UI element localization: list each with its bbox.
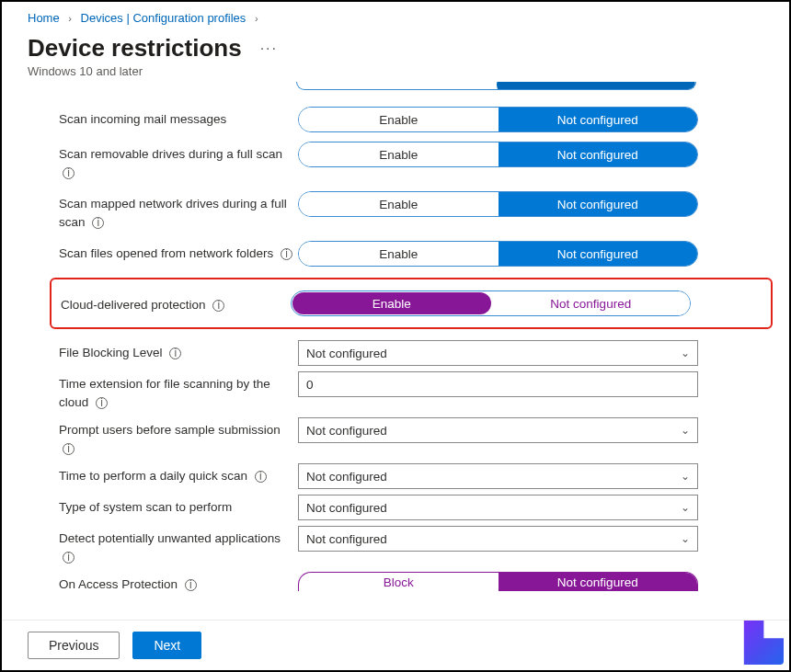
setting-label: Prompt users before sample submission i [59,417,298,458]
toggle-scan-removable[interactable]: Enable Not configured [298,142,698,167]
select-value: Not configured [306,424,387,438]
select-daily-quick-scan[interactable]: Not configured ⌄ [298,463,698,489]
setting-label: Time to perform a daily quick scan i [59,463,298,485]
input-time-extension[interactable]: 0 [298,371,698,397]
toggle-option-enable[interactable]: Enable [299,192,499,216]
select-value: Not configured [306,470,387,484]
chevron-down-icon: ⌄ [681,424,690,437]
toggle-option-not-configured[interactable]: Not configured [499,142,698,166]
info-icon[interactable]: i [169,347,181,359]
page-title: Device restrictions [28,34,242,63]
highlighted-setting: Cloud-delivered protection i Enable Not … [50,278,773,329]
setting-label: Type of system scan to perform [59,495,298,517]
info-icon[interactable]: i [255,471,267,483]
info-icon[interactable]: i [281,248,292,260]
toggle-option-block[interactable]: Block [299,573,499,591]
setting-label: File Blocking Level i [59,340,298,362]
toggle-cloud-protection[interactable]: Enable Not configured [291,290,691,316]
previous-button[interactable]: Previous [28,632,120,659]
info-icon[interactable]: i [63,443,75,455]
select-detect-pua[interactable]: Not configured ⌄ [298,526,698,552]
toggle-option-enable[interactable]: Enable [292,292,491,314]
info-icon[interactable]: i [63,167,75,179]
chevron-down-icon: ⌄ [681,347,690,359]
select-value: Not configured [306,532,387,546]
wizard-footer: Previous Next [2,620,789,670]
toggle-option-enable[interactable]: Enable [299,242,499,266]
toggle-option-not-configured[interactable]: Not configured [499,573,698,591]
chevron-right-icon: › [68,13,72,24]
input-value: 0 [306,378,314,392]
more-actions-icon[interactable]: ··· [260,40,278,57]
breadcrumb-home[interactable]: Home [28,11,60,25]
info-icon[interactable]: i [92,217,104,229]
select-value: Not configured [306,501,387,515]
toggle-option-not-configured[interactable]: Not configured [499,108,698,131]
setting-label: Time extension for file scanning by the … [59,371,298,412]
select-system-scan-type[interactable]: Not configured ⌄ [298,495,698,520]
breadcrumb: Home › Devices | Configuration profiles … [2,2,789,28]
toggle-option-not-configured[interactable]: Not configured [492,291,691,315]
next-button[interactable]: Next [132,632,201,659]
setting-label: Scan mapped network drives during a full… [59,191,298,232]
breadcrumb-devices[interactable]: Devices | Configuration profiles [81,11,246,25]
toggle-option-not-configured[interactable]: Not configured [499,242,698,266]
chevron-down-icon: ⌄ [681,470,690,483]
setting-label: Cloud-delivered protection i [61,292,291,314]
select-value: Not configured [306,347,387,360]
toggle-option-enable[interactable]: Enable [299,142,499,166]
select-file-blocking[interactable]: Not configured ⌄ [298,340,698,366]
toggle-scan-mail[interactable]: Enable Not configured [298,107,698,132]
toggle-on-access-protection[interactable]: Block Not configured [298,572,698,591]
page-subtitle: Windows 10 and later [2,64,789,78]
toggle-option-not-configured[interactable]: Not configured [499,192,698,216]
truncated-toggle-top[interactable] [296,82,696,90]
info-icon[interactable]: i [212,300,224,312]
toggle-option-enable[interactable]: Enable [299,108,499,131]
info-icon[interactable]: i [63,552,75,564]
chevron-down-icon: ⌄ [681,532,690,545]
setting-label: Scan removable drives during a full scan… [59,142,298,182]
toggle-scan-mapped[interactable]: Enable Not configured [298,191,698,217]
setting-label: Detect potentially unwanted applications… [59,526,298,566]
setting-label: On Access Protection i [59,572,298,594]
watermark-logo-icon [739,621,784,665]
setting-label: Scan incoming mail messages [59,107,298,129]
info-icon[interactable]: i [96,397,108,409]
chevron-down-icon: ⌄ [681,501,690,514]
settings-panel: Scan incoming mail messages Enable Not c… [2,97,789,594]
info-icon[interactable]: i [185,579,197,591]
setting-label: Scan files opened from network folders i [59,241,298,263]
select-sample-submission[interactable]: Not configured ⌄ [298,417,698,443]
toggle-scan-network-folders[interactable]: Enable Not configured [298,241,698,267]
chevron-right-icon: › [255,13,258,24]
